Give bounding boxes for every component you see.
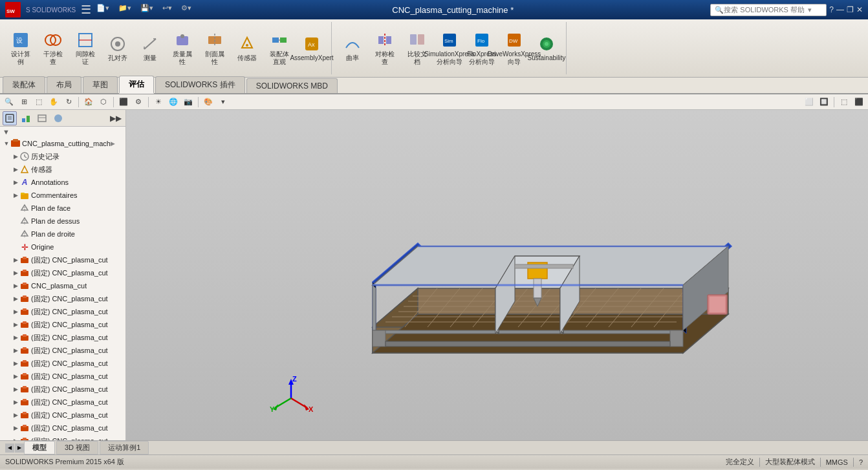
status-help-btn[interactable]: ? [859, 458, 863, 466]
expand-sidebar-btn[interactable]: ▶▶ [109, 111, 123, 125]
bottom-tab-3dview[interactable]: 3D 视图 [56, 441, 98, 454]
search-input[interactable] [724, 6, 808, 14]
tab-evaluate[interactable]: 评估 [119, 76, 154, 94]
tree-item-cnc-3[interactable]: ▶ CNC_plasma_cut [0, 279, 125, 292]
pan-btn[interactable]: ✋ [47, 96, 60, 109]
toolbar-btn-symmetry[interactable]: 对称检查 [369, 29, 400, 68]
tree-item-sensor[interactable]: ▶ 传感器 [0, 163, 125, 176]
bottom-tab-motion[interactable]: 运动算例1 [100, 441, 149, 454]
restore-viewport[interactable]: ⬚ [838, 96, 851, 109]
toolbar-icon-save[interactable]: 💾▾ [136, 3, 157, 17]
tree-view-btn[interactable] [3, 111, 17, 125]
tab-sw-plugins[interactable]: SOLIDWORKS 插件 [155, 76, 245, 93]
root-expand-btn[interactable]: ▼ [3, 140, 10, 147]
toolbar-btn-curvature[interactable]: 曲率 [337, 33, 368, 64]
tree-item-origine[interactable]: ✛ Origine [0, 240, 125, 253]
toolbar-btn-design-check[interactable]: 设 设计算例 [5, 29, 36, 68]
tree-item-cnc-extra-10[interactable]: ▶ (固定) CNC_plasma_cut [0, 422, 125, 434]
lights-btn[interactable]: ☀ [152, 96, 165, 109]
search-bar[interactable]: 🔍 ▾ [710, 4, 827, 16]
cnc3-expand-btn[interactable]: ▶ [12, 282, 19, 290]
tree-item-annotations[interactable]: ▶ A Annotations [0, 176, 125, 189]
tree-item-cnc-extra-8[interactable]: ▶ (固定) CNC_plasma_cut [0, 396, 125, 409]
tree-item-cnc-extra-4[interactable]: ▶ (固定) CNC_plasma_cut [0, 344, 125, 357]
toolbar-btn-assembly-visual[interactable]: 装配体直观 [264, 29, 295, 68]
toolbar-icon-new[interactable]: 📄▾ [92, 3, 113, 17]
toolbar-icon-open[interactable]: 📁▾ [114, 3, 135, 17]
view-3d-btn[interactable]: ⬡ [97, 96, 110, 109]
tab-scroll-left[interactable]: ◀ ▶ [5, 443, 24, 453]
toolbar-btn-interference[interactable]: 干涉检查 [38, 29, 69, 68]
config-btn[interactable] [35, 111, 49, 125]
cnc-extra-expand-6[interactable]: ▶ [12, 372, 19, 380]
toolbar-btn-section[interactable]: 剖面属性 [199, 29, 230, 68]
history-expand-btn[interactable]: ▶ [12, 153, 19, 160]
scroll-right-arrow[interactable]: ▶ [15, 443, 24, 453]
view-more-btn[interactable]: ▾ [217, 96, 230, 109]
tab-layout[interactable]: 布局 [47, 76, 81, 93]
file-menu[interactable]: ☰ [81, 3, 91, 17]
view-setting-btn[interactable]: ⚙ [132, 96, 145, 109]
cnc-extra-expand-11[interactable]: ▶ [12, 437, 19, 440]
close-button[interactable]: ✕ [856, 5, 863, 14]
tree-item-cnc-extra-6[interactable]: ▶ (固定) CNC_plasma_cut [0, 370, 125, 383]
toolbar-btn-simulation[interactable]: Sim SimulationXpress分析向导 [434, 29, 465, 68]
scene-btn[interactable]: 🌐 [167, 96, 180, 109]
tree-item-commentaires[interactable]: ▶ Commentaires [0, 189, 125, 202]
cnc-extra-expand-8[interactable]: ▶ [12, 398, 19, 406]
tree-item-plan-dessus[interactable]: Plan de dessus [0, 215, 125, 228]
toolbar-icon-options[interactable]: ⚙▾ [177, 3, 195, 17]
tree-item-history[interactable]: ▶ 历史记录 [0, 150, 125, 163]
tree-item-cnc-extra-2[interactable]: ▶ (固定) CNC_plasma_cut [0, 318, 125, 331]
toolbar-btn-clearance[interactable]: 间隙检证 [70, 29, 101, 68]
maximize-viewport[interactable]: ⬛ [852, 96, 865, 109]
property-btn[interactable] [19, 111, 33, 125]
cnc-extra-expand-10[interactable]: ▶ [12, 424, 19, 432]
zoom-in-btn[interactable]: 🔍 [3, 96, 16, 109]
tree-item-cnc-extra-9[interactable]: ▶ (固定) CNC_plasma_cut [0, 409, 125, 422]
window-tile-btn[interactable]: ⬜ [803, 96, 816, 109]
camera-btn[interactable]: 📷 [182, 96, 195, 109]
toolbar-btn-sustainability[interactable]: Sustainability [531, 33, 562, 64]
minimize-button[interactable]: — [836, 5, 844, 14]
tab-assembly[interactable]: 装配体 [3, 76, 45, 93]
tree-item-cnc-extra-0[interactable]: ▶ (固定) CNC_plasma_cut [0, 292, 125, 305]
display-style-btn[interactable]: ⬛ [117, 96, 130, 109]
cnc-extra-expand-7[interactable]: ▶ [12, 385, 19, 393]
toolbar-btn-mass[interactable]: 质量属性 [167, 29, 198, 68]
tree-root-item[interactable]: ▼ CNC_plasma_cutting_mach ▶ [0, 137, 125, 150]
commentaires-expand-btn[interactable]: ▶ [12, 191, 19, 199]
cnc-extra-expand-9[interactable]: ▶ [12, 411, 19, 419]
tree-item-cnc-extra-11[interactable]: ▶ (固定) CNC_plasma_cut [0, 434, 125, 440]
3d-viewport[interactable]: Z X Y [126, 110, 868, 440]
tree-item-plan-face[interactable]: Plan de face [0, 202, 125, 215]
tree-item-cnc-extra-5[interactable]: ▶ (固定) CNC_plasma_cut [0, 357, 125, 370]
tree-item-plan-droite[interactable]: Plan de droite [0, 228, 125, 240]
tab-sw-mbd[interactable]: SOLIDWORKS MBD [246, 78, 338, 93]
scroll-left-arrow[interactable]: ◀ [5, 443, 14, 453]
cnc2-expand-btn[interactable]: ▶ [12, 269, 19, 277]
tree-item-cnc-2[interactable]: ▶ (固定) CNC_plasma_cut [0, 266, 125, 279]
cnc-extra-expand-3[interactable]: ▶ [12, 334, 19, 341]
tree-item-cnc-extra-3[interactable]: ▶ (固定) CNC_plasma_cut [0, 331, 125, 344]
tab-sketch[interactable]: 草图 [83, 76, 118, 93]
cnc-extra-expand-2[interactable]: ▶ [12, 321, 19, 328]
toolbar-btn-assembly-xpert[interactable]: Ax AssemblyXpert [296, 33, 327, 64]
sensor-expand-btn[interactable]: ▶ [12, 166, 19, 173]
tree-item-cnc-extra-7[interactable]: ▶ (固定) CNC_plasma_cut [0, 383, 125, 396]
cnc-extra-expand-1[interactable]: ▶ [12, 308, 19, 315]
bottom-tab-model[interactable]: 模型 [24, 441, 55, 454]
cnc1-expand-btn[interactable]: ▶ [12, 256, 19, 264]
cnc-extra-expand-4[interactable]: ▶ [12, 347, 19, 354]
display-panel-btn[interactable] [51, 111, 65, 125]
toolbar-icon-undo[interactable]: ↩▾ [158, 3, 176, 17]
cnc-extra-expand-0[interactable]: ▶ [12, 295, 19, 303]
tree-item-cnc-1[interactable]: ▶ (固定) CNC_plasma_cut [0, 253, 125, 266]
toolbar-btn-sensor[interactable]: 传感器 [232, 33, 263, 64]
appearance-btn[interactable]: 🎨 [202, 96, 215, 109]
toolbar-btn-measure[interactable]: 测量 [135, 33, 166, 64]
rotate-btn[interactable]: ↻ [62, 96, 75, 109]
view-orient-btn[interactable]: 🏠 [82, 96, 95, 109]
annotations-expand-btn[interactable]: ▶ [12, 178, 19, 186]
zoom-area-btn[interactable]: ⬚ [32, 96, 45, 109]
